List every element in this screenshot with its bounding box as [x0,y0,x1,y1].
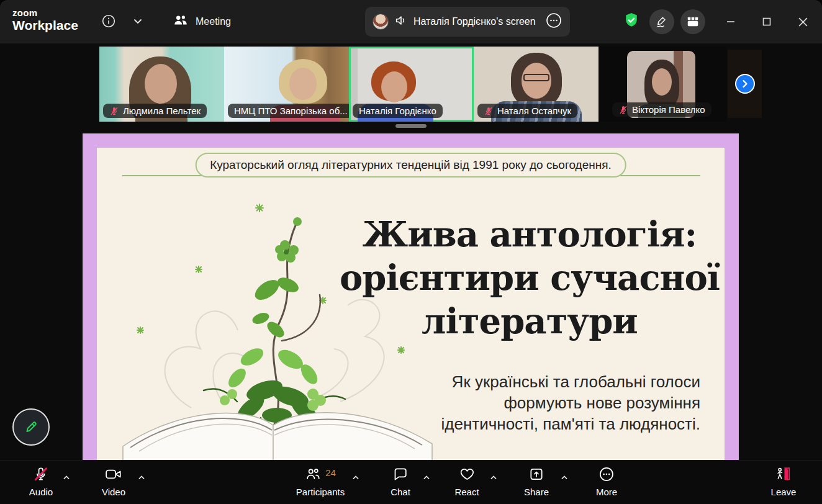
share-label: Share [524,487,549,497]
share-button[interactable]: Share [524,466,549,497]
react-button[interactable]: React [454,466,479,497]
zoom-window: zoom Workplace Meeting [0,0,822,504]
slide-subtitle-line-1: Як українські та глобальні голоси [402,371,700,392]
chat-label: Chat [391,487,410,497]
gallery-view-icon[interactable] [680,9,705,34]
video-label: Video [102,487,125,497]
next-participants-button[interactable] [735,74,755,94]
tab-shared-screen[interactable]: Наталія Гордієнко's screen [365,7,570,37]
share-options-caret[interactable] [561,473,569,484]
chat-button[interactable]: Chat [391,466,410,497]
participant-name: Наталія Гордієнко [359,106,436,116]
participant-name: Людмила Пельтек [123,106,201,116]
filmstrip-drag-handle[interactable] [395,124,427,128]
participant-name: Вікторія Павелко [632,104,705,115]
react-label: React [454,487,479,497]
muted-mic-icon [618,105,628,115]
muted-mic-icon [109,106,119,116]
speaker-icon [394,14,408,30]
more-ellipsis-icon [598,466,615,484]
mic-muted-icon [33,466,49,484]
green-pen-icon [23,419,39,435]
chat-options-caret[interactable] [423,473,431,484]
slide-subtitle-line-3: ідентичності, пам'яті та людяності. [402,413,700,434]
participants-count: 24 [325,467,336,478]
video-tile-nmc-pto[interactable]: НМЦ ПТО Запорізька об... [224,47,349,122]
annotation-pen-button[interactable] [12,408,50,446]
share-screen-icon [528,466,544,484]
leave-label: Leave [771,487,797,497]
participant-name-tag: Людмила Пельтек [103,104,207,118]
annotate-pen-icon[interactable] [649,9,674,34]
filmstrip-next-strip [728,50,762,118]
video-options-caret[interactable] [138,473,146,484]
participant-name-tag: НМЦ ПТО Запорізька об... [228,104,349,118]
slide-title-line-1: Жива антологія: [334,212,725,256]
slide-subtitle: Як українські та глобальні голоси формую… [402,371,700,434]
brand-line-2: Workplace [12,19,78,32]
chat-bubble-icon [392,466,409,484]
people-icon [173,12,189,31]
info-icon[interactable] [100,12,117,30]
heart-icon [459,466,475,484]
tab-shared-screen-label: Наталія Гордієнко's screen [413,16,536,27]
more-button[interactable]: More [596,466,617,497]
camera-icon [105,466,122,484]
brand-line-1: zoom [12,8,78,17]
audio-label: Audio [29,487,53,497]
slide-subtitle-line-2: формують нове розуміння [402,392,700,413]
participant-name-tag: Наталія Гордієнко [353,104,443,118]
title-bar: zoom Workplace Meeting [0,0,822,43]
slide-title: Жива антологія: орієнтири сучасної літер… [334,212,725,343]
slide-title-line-2: орієнтири сучасної [334,256,725,299]
participants-label: Participants [296,487,345,497]
minimize-button[interactable] [716,7,745,36]
security-shield-icon[interactable] [622,11,641,32]
audio-options-caret[interactable] [63,473,71,484]
avatar [373,14,389,30]
audio-button[interactable]: Audio [29,466,53,497]
close-button[interactable] [788,7,817,36]
maximize-button[interactable] [752,7,781,36]
slide-title-line-3: літератури [334,299,725,343]
shared-screen-slide: Кураторський огляд літературних тенденці… [83,133,739,460]
video-button[interactable]: Video [102,466,125,497]
participant-name: Наталя Остапчук [497,106,571,116]
tab-meeting-label: Meeting [196,16,231,27]
video-tile-viktoriia-pavelko[interactable]: Вікторія Павелко [598,47,726,122]
chevron-down-icon[interactable] [129,12,147,30]
participant-name-tag: Наталя Остапчук [477,104,577,118]
meeting-toolbar: Audio Video [0,460,822,504]
participants-button[interactable]: 24 Participants [296,466,345,497]
meeting-stage: Людмила Пельтек НМЦ ПТО Запорізька об...… [0,43,822,460]
more-label: More [596,487,617,497]
participants-icon [305,466,322,485]
zoom-workplace-logo: zoom Workplace [12,8,78,32]
leave-button[interactable]: Leave [771,466,797,497]
more-options-icon[interactable] [545,12,562,32]
slide-canvas: Кураторський огляд літературних тенденці… [97,148,725,460]
muted-mic-icon [484,106,494,116]
tab-meeting[interactable]: Meeting [166,9,237,35]
slide-kicker: Кураторський огляд літературних тенденці… [195,153,626,178]
video-tile-lyudmyla-peltek[interactable]: Людмила Пельтек [99,47,224,122]
participant-name-tag: Вікторія Павелко [612,102,711,117]
participant-name: НМЦ ПТО Запорізька об... [234,106,348,116]
video-tile-natalia-ostapchuk[interactable]: Наталя Остапчук [474,47,598,122]
react-options-caret[interactable] [490,473,498,484]
video-tile-nataliia-hordiienko-active[interactable]: Наталія Гордієнко [349,47,474,122]
leave-door-icon [775,466,792,484]
participants-options-caret[interactable] [352,473,360,484]
